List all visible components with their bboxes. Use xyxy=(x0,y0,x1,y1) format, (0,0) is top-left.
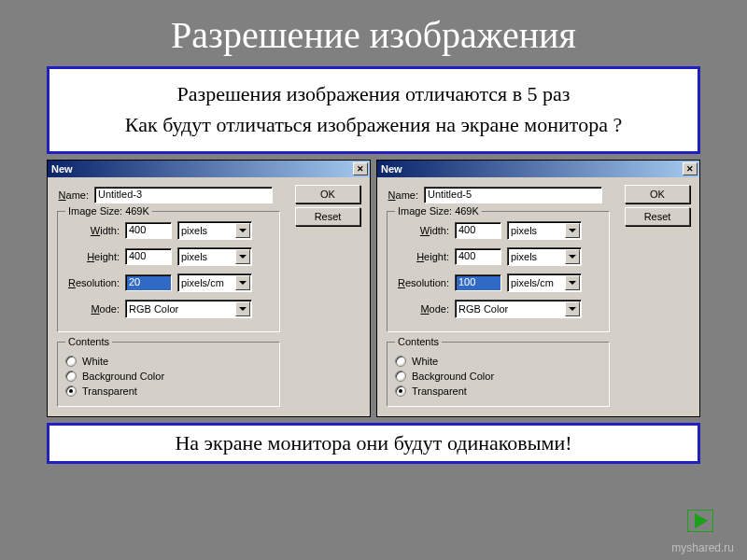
chevron-down-icon[interactable] xyxy=(235,301,250,316)
height-unit-select[interactable]: pixels xyxy=(507,247,582,266)
ok-button[interactable]: OK xyxy=(295,185,360,203)
chevron-down-icon[interactable] xyxy=(565,223,580,238)
resolution-field[interactable]: 100 xyxy=(455,274,501,291)
resolution-label: Resolution: xyxy=(395,277,455,288)
radio-icon[interactable] xyxy=(65,385,77,397)
contents-group: Contents White Background Color Transpar… xyxy=(387,342,610,407)
question-line-1: Разрешения изображения отличаются в 5 ра… xyxy=(59,78,688,109)
height-label: Height: xyxy=(65,251,125,262)
radio-label: White xyxy=(82,356,108,367)
resolution-field[interactable]: 20 xyxy=(125,274,172,291)
chevron-down-icon[interactable] xyxy=(565,249,580,264)
chevron-down-icon[interactable] xyxy=(565,275,580,290)
question-box: Разрешения изображения отличаются в 5 ра… xyxy=(47,66,700,154)
resolution-unit-value: pixels/cm xyxy=(511,277,554,288)
width-unit-select[interactable]: pixels xyxy=(507,221,582,240)
width-label: Width: xyxy=(65,225,125,236)
radio-background[interactable]: Background Color xyxy=(395,371,601,382)
reset-button[interactable]: Reset xyxy=(295,207,360,226)
chevron-down-icon[interactable] xyxy=(565,301,580,316)
mode-select[interactable]: RGB Color xyxy=(125,300,252,318)
radio-label: Background Color xyxy=(82,371,164,382)
name-label: Name: xyxy=(57,189,94,201)
dialog-title: New xyxy=(51,163,73,175)
mode-value: RGB Color xyxy=(458,303,508,315)
contents-group: Contents White Background Color Transpar… xyxy=(57,342,280,407)
resolution-unit-select[interactable]: pixels/cm xyxy=(177,273,252,292)
resolution-unit-value: pixels/cm xyxy=(181,277,224,288)
radio-label: White xyxy=(412,356,438,367)
titlebar[interactable]: New ✕ xyxy=(48,161,370,177)
chevron-down-icon[interactable] xyxy=(235,249,250,264)
radio-transparent[interactable]: Transparent xyxy=(395,385,601,397)
name-field[interactable]: Untitled-5 xyxy=(424,187,602,203)
width-unit-value: pixels xyxy=(181,225,207,236)
radio-white[interactable]: White xyxy=(65,356,272,367)
height-unit-select[interactable]: pixels xyxy=(177,247,252,266)
image-size-legend: Image Size: 469K xyxy=(395,205,482,217)
radio-background[interactable]: Background Color xyxy=(65,371,272,382)
close-icon[interactable]: ✕ xyxy=(353,162,368,175)
height-field[interactable]: 400 xyxy=(455,248,501,265)
height-label: Height: xyxy=(395,251,455,262)
answer-box: На экране монитора они будут одинаковыми… xyxy=(47,423,700,464)
resolution-label: Resolution: xyxy=(65,277,125,288)
image-size-group: Image Size: 469K Width: 400 pixels Heigh… xyxy=(57,211,280,332)
ok-button[interactable]: OK xyxy=(625,185,690,203)
name-field[interactable]: Untitled-3 xyxy=(94,187,273,203)
radio-icon[interactable] xyxy=(395,356,406,367)
new-dialog-right: New ✕ OK Reset Name: Untitled-5 Image Si… xyxy=(376,160,700,417)
image-size-legend: Image Size: 469K xyxy=(65,205,152,217)
chevron-down-icon[interactable] xyxy=(235,223,250,238)
width-unit-value: pixels xyxy=(511,225,537,236)
titlebar[interactable]: New ✕ xyxy=(377,161,699,177)
chevron-down-icon[interactable] xyxy=(235,275,250,290)
radio-transparent[interactable]: Transparent xyxy=(65,385,272,397)
radio-icon[interactable] xyxy=(65,371,77,382)
width-unit-select[interactable]: pixels xyxy=(177,221,252,240)
question-line-2: Как будут отличаться изображения на экра… xyxy=(59,109,688,140)
image-size-group: Image Size: 469K Width: 400 pixels Heigh… xyxy=(387,211,610,332)
mode-value: RGB Color xyxy=(129,303,178,315)
radio-icon[interactable] xyxy=(395,371,406,382)
watermark: myshared.ru xyxy=(671,541,734,554)
next-arrow-icon[interactable] xyxy=(687,510,713,532)
width-label: Width: xyxy=(395,225,455,236)
radio-white[interactable]: White xyxy=(395,356,601,367)
mode-label: Mode: xyxy=(395,303,455,315)
reset-button[interactable]: Reset xyxy=(625,207,690,226)
new-dialog-left: New ✕ OK Reset Name: Untitled-3 Image Si… xyxy=(47,160,371,417)
resolution-unit-select[interactable]: pixels/cm xyxy=(507,273,582,292)
radio-label: Transparent xyxy=(82,385,137,397)
width-field[interactable]: 400 xyxy=(455,222,501,239)
height-unit-value: pixels xyxy=(511,251,537,262)
radio-label: Transparent xyxy=(412,385,467,397)
name-label: Name: xyxy=(387,189,424,201)
radio-icon[interactable] xyxy=(65,356,77,367)
dialog-row: New ✕ OK Reset Name: Untitled-3 Image Si… xyxy=(47,160,700,417)
radio-icon[interactable] xyxy=(395,385,406,397)
slide-title: Разрешение изображения xyxy=(0,0,747,66)
radio-label: Background Color xyxy=(412,371,494,382)
height-unit-value: pixels xyxy=(181,251,207,262)
contents-legend: Contents xyxy=(395,336,442,347)
height-field[interactable]: 400 xyxy=(125,248,172,265)
width-field[interactable]: 400 xyxy=(125,222,172,239)
mode-label: Mode: xyxy=(65,303,125,315)
mode-select[interactable]: RGB Color xyxy=(455,300,582,318)
close-icon[interactable]: ✕ xyxy=(683,162,698,175)
dialog-title: New xyxy=(381,163,402,175)
svg-marker-1 xyxy=(695,513,708,528)
contents-legend: Contents xyxy=(65,336,112,347)
